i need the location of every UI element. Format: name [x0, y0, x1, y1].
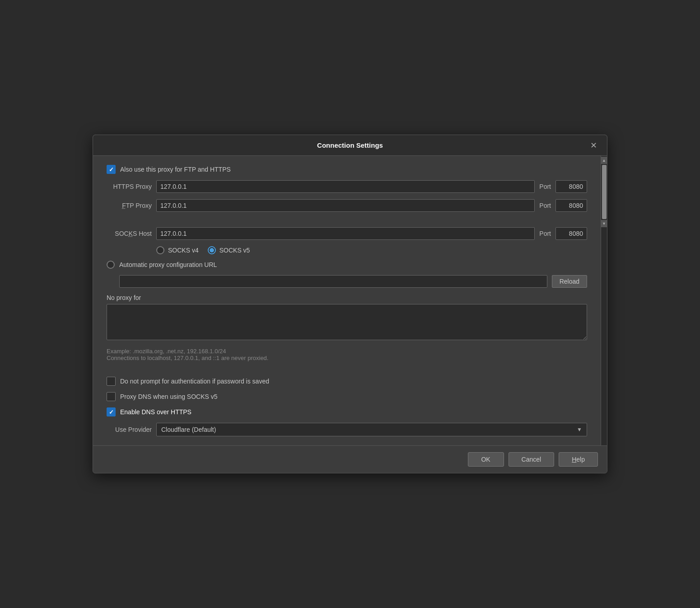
scroll-down-button[interactable]: ▼ [601, 220, 607, 227]
ftp-port-label: Port [539, 202, 551, 209]
content-area: Also use this proxy for FTP and HTTPS HT… [93, 156, 607, 445]
enable-dns-https-row: Enable DNS over HTTPS [107, 407, 587, 416]
use-provider-label: Use Provider [107, 426, 152, 433]
use-provider-row: Use Provider Cloudflare (Default) ▼ [107, 423, 587, 436]
proxy-dns-label: Proxy DNS when using SOCKS v5 [120, 393, 218, 400]
socks-port-label: Port [539, 230, 551, 237]
auto-proxy-radio-row: Automatic proxy configuration URL [107, 261, 587, 269]
enable-dns-https-checkbox[interactable] [107, 407, 116, 416]
ftp-proxy-row: FTP Proxy Port [107, 199, 587, 212]
socks-version-row: SOCKS v4 SOCKS v5 [107, 246, 587, 254]
dialog-title: Connection Settings [317, 141, 383, 149]
help-button[interactable]: Help [559, 452, 598, 467]
close-button[interactable]: ✕ [587, 140, 601, 151]
also-use-proxy-row: Also use this proxy for FTP and HTTPS [107, 165, 587, 174]
socks-v4-label: SOCKS v4 [168, 247, 199, 254]
socks-v5-radio-button[interactable] [208, 246, 216, 254]
socks-port-input[interactable] [555, 227, 587, 240]
auto-proxy-radio-button[interactable] [107, 261, 115, 269]
scrollbar-thumb[interactable] [602, 165, 607, 219]
socks-v4-radio[interactable]: SOCKS v4 [156, 246, 199, 254]
socks-host-row: SOCKS Host Port [107, 227, 587, 240]
socks-host-label: SOCKS Host [107, 230, 152, 237]
ftp-port-input[interactable] [555, 199, 587, 212]
https-proxy-row: HTTPS Proxy Port [107, 180, 587, 193]
auto-proxy-label: Automatic proxy configuration URL [119, 261, 217, 268]
https-port-label: Port [539, 183, 551, 190]
no-proxy-label: No proxy for [107, 294, 141, 301]
ok-button[interactable]: OK [468, 452, 504, 467]
proxy-dns-checkbox[interactable] [107, 392, 116, 401]
socks-v5-label: SOCKS v5 [219, 247, 250, 254]
also-use-proxy-label: Also use this proxy for FTP and HTTPS [120, 166, 231, 173]
socks-v5-radio[interactable]: SOCKS v5 [208, 246, 250, 254]
provider-value: Cloudflare (Default) [161, 426, 216, 433]
do-not-prompt-label: Do not prompt for authentication if pass… [120, 378, 269, 385]
dropdown-arrow-icon: ▼ [577, 426, 582, 433]
hint-section: Example: .mozilla.org, .net.nz, 192.168.… [107, 348, 587, 361]
https-proxy-input[interactable] [156, 180, 535, 193]
auto-proxy-input-row: Reload [107, 275, 587, 288]
enable-dns-https-label: Enable DNS over HTTPS [120, 408, 191, 416]
scroll-up-button[interactable]: ▲ [601, 157, 607, 164]
cancel-button[interactable]: Cancel [509, 452, 555, 467]
proxy-dns-row: Proxy DNS when using SOCKS v5 [107, 392, 587, 401]
ftp-proxy-label: FTP Proxy [107, 202, 152, 209]
hint-text-1: Example: .mozilla.org, .net.nz, 192.168.… [107, 348, 587, 355]
https-proxy-label: HTTPS Proxy [107, 183, 152, 190]
ftp-proxy-input[interactable] [156, 199, 535, 212]
dialog-footer: OK Cancel Help [93, 445, 607, 473]
auto-proxy-url-input[interactable] [119, 275, 547, 288]
connection-settings-dialog: Connection Settings ✕ Also use this prox… [93, 135, 607, 473]
reload-button[interactable]: Reload [552, 275, 587, 288]
main-panel: Also use this proxy for FTP and HTTPS HT… [93, 156, 601, 445]
no-proxy-textarea[interactable] [107, 304, 587, 340]
do-not-prompt-row: Do not prompt for authentication if pass… [107, 377, 587, 386]
socks-v4-radio-button[interactable] [156, 246, 164, 254]
title-bar: Connection Settings ✕ [93, 135, 607, 156]
do-not-prompt-checkbox[interactable] [107, 377, 116, 386]
socks-host-input[interactable] [156, 227, 535, 240]
provider-dropdown[interactable]: Cloudflare (Default) ▼ [156, 423, 587, 436]
also-use-proxy-checkbox[interactable] [107, 165, 116, 174]
hint-text-2: Connections to localhost, 127.0.0.1, and… [107, 355, 587, 361]
scrollbar-track: ▲ ▼ [601, 156, 607, 445]
no-proxy-section: No proxy for [107, 294, 587, 341]
https-port-input[interactable] [555, 180, 587, 193]
